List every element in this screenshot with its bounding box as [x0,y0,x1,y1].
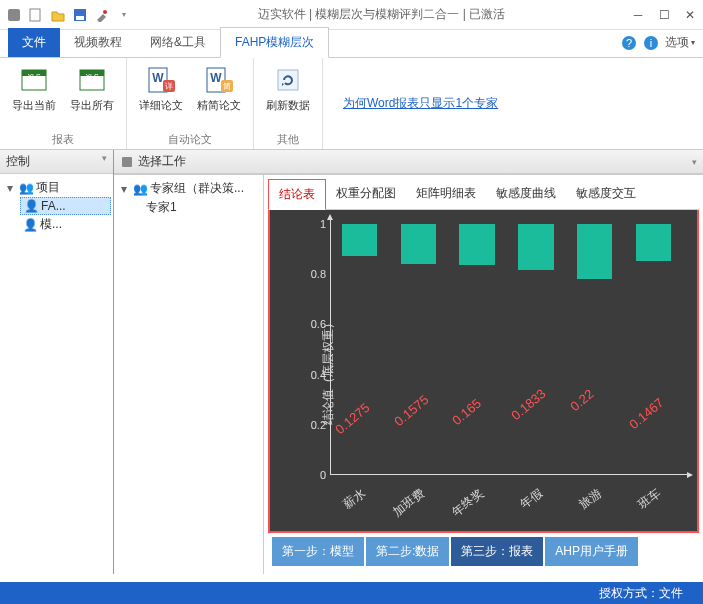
step3-button[interactable]: 第三步：报表 [451,537,543,566]
title-bar: ▾ 迈实软件 | 模糊层次与模糊评判二合一 | 已激活 ─ ☐ ✕ [0,0,703,30]
tab-sensitivity-curve[interactable]: 敏感度曲线 [486,179,566,209]
step1-button[interactable]: 第一步：模型 [272,537,364,566]
y-tick: 0.2 [311,419,326,431]
tree-item[interactable]: 👤FA... [20,197,111,215]
svg-text:?: ? [626,37,632,49]
maximize-button[interactable]: ☐ [657,8,671,22]
y-tick: 0 [320,469,326,481]
y-tick: 0.4 [311,369,326,381]
svg-text:W: W [152,71,164,85]
x-tick-label: 年终奖 [449,485,488,521]
result-tabs: 结论表 权重分配图 矩阵明细表 敏感度曲线 敏感度交互 [268,179,699,210]
bar [459,224,494,265]
tab-fahp[interactable]: FAHP模糊层次 [220,27,329,58]
qat-dropdown-icon[interactable]: ▾ [116,7,132,23]
group-icon: 👥 [132,182,148,196]
svg-rect-1 [30,9,40,21]
close-button[interactable]: ✕ [683,8,697,22]
bar-value-label: 0.1275 [332,400,372,437]
tab-matrix[interactable]: 矩阵明细表 [406,179,486,209]
x-tick-label: 班车 [635,485,664,513]
project-tree: ▾👥项目 👤FA... 👤模... [0,174,113,574]
window-buttons: ─ ☐ ✕ [631,8,697,22]
svg-text:XLS: XLS [27,73,41,80]
step-buttons: 第一步：模型 第二步:数据 第三步：报表 AHP用户手册 [268,533,699,570]
brief-paper-button[interactable]: W简 精简论文 [193,62,245,115]
control-panel-header: 控制 ▾ [0,150,113,174]
bar-value-label: 0.165 [450,395,485,427]
svg-text:简: 简 [223,82,231,91]
export-all-button[interactable]: XLS 导出所有 [66,62,118,115]
refresh-button[interactable]: 刷新数据 [262,62,314,115]
bar-column: 0.165年终奖 [448,224,507,475]
tree-item[interactable]: 专家1 [144,198,261,217]
tree-root[interactable]: ▾👥项目 [2,178,111,197]
bar-column: 0.22旅游 [565,224,624,475]
detail-paper-button[interactable]: W详 详细论文 [135,62,187,115]
tools-icon[interactable] [94,7,110,23]
ribbon-group-paper: W详 详细论文 W简 精简论文 自动论文 [127,58,254,149]
svg-text:W: W [210,71,222,85]
bar-column: 0.1833年假 [506,224,565,475]
y-axis-arrow-icon [327,214,333,220]
bar-value-label: 0.1467 [626,395,666,432]
ribbon-right: ? i 选项 ▾ [621,34,695,51]
step4-button[interactable]: AHP用户手册 [545,537,638,566]
cube-icon [120,155,134,169]
bar-column: 0.1467班车 [624,224,683,475]
user-icon: 👤 [23,199,39,213]
refresh-icon [272,64,304,96]
bar-value-label: 0.22 [567,386,596,414]
tab-conclusion[interactable]: 结论表 [268,179,326,210]
export-current-button[interactable]: XLS 导出当前 [8,62,60,115]
x-tick-label: 加班费 [390,485,429,521]
bar-value-label: 0.1575 [391,392,431,429]
group-label: 其他 [262,130,314,147]
x-tick-label: 旅游 [576,485,605,513]
tree-item[interactable]: 👤模... [20,215,111,234]
content-area: 结论表 权重分配图 矩阵明细表 敏感度曲线 敏感度交互 结论值（底层权重） [264,175,703,574]
svg-text:i: i [650,37,652,49]
control-panel: 控制 ▾ ▾👥项目 👤FA... 👤模... [0,150,114,574]
ribbon-group-report: XLS 导出当前 XLS 导出所有 报表 [0,58,127,149]
user-icon: 👤 [22,218,38,232]
work-panel-header: 选择工作 ▾ [114,150,703,174]
bar [342,224,377,256]
new-icon[interactable] [28,7,44,23]
step2-button[interactable]: 第二步:数据 [366,537,449,566]
tab-file[interactable]: 文件 [8,28,60,57]
word-help-link[interactable]: 为何Word报表只显示1个专家 [343,95,498,112]
status-bar: 授权方式：文件 [0,582,703,604]
minimize-button[interactable]: ─ [631,8,645,22]
tab-sensitivity-interact[interactable]: 敏感度交互 [566,179,646,209]
quick-access-toolbar: ▾ [6,7,132,23]
save-icon[interactable] [72,7,88,23]
main-area: 控制 ▾ ▾👥项目 👤FA... 👤模... 选择工作 ▾ ▾👥专家组（群决策.… [0,150,703,574]
svg-text:XLS: XLS [85,73,99,80]
help-icon[interactable]: ? [621,35,637,51]
ribbon: XLS 导出当前 XLS 导出所有 报表 W详 详细论文 W简 精简论文 自动论… [0,58,703,150]
ribbon-tabs: 文件 视频教程 网络&工具 FAHP模糊层次 ? i 选项 ▾ [0,30,703,58]
bar [636,224,671,261]
word-detail-icon: W详 [145,64,177,96]
window-title: 迈实软件 | 模糊层次与模糊评判二合一 | 已激活 [132,6,631,23]
auth-status: 授权方式：文件 [599,585,683,602]
svg-text:详: 详 [165,82,173,91]
options-menu[interactable]: 选项 ▾ [665,34,695,51]
work-body: ▾👥专家组（群决策... 专家1 结论表 权重分配图 矩阵明细表 敏感度曲线 敏… [114,174,703,574]
tab-network[interactable]: 网络&工具 [136,28,220,57]
word-brief-icon: W简 [203,64,235,96]
tree-root[interactable]: ▾👥专家组（群决策... [116,179,261,198]
y-tick: 0.8 [311,268,326,280]
chart-plot: 00.20.40.60.81 0.1275薪水0.1575加班费0.165年终奖… [330,224,683,475]
expert-tree: ▾👥专家组（群决策... 专家1 [114,175,264,574]
open-icon[interactable] [50,7,66,23]
group-icon: 👥 [18,181,34,195]
group-label: 报表 [8,130,118,147]
tab-video[interactable]: 视频教程 [60,28,136,57]
app-icon [6,7,22,23]
info-icon[interactable]: i [643,35,659,51]
chart: 结论值（底层权重） 00.20.40.60.81 0.1275薪水0.1575加… [268,210,699,533]
tab-weight[interactable]: 权重分配图 [326,179,406,209]
y-tick: 1 [320,218,326,230]
